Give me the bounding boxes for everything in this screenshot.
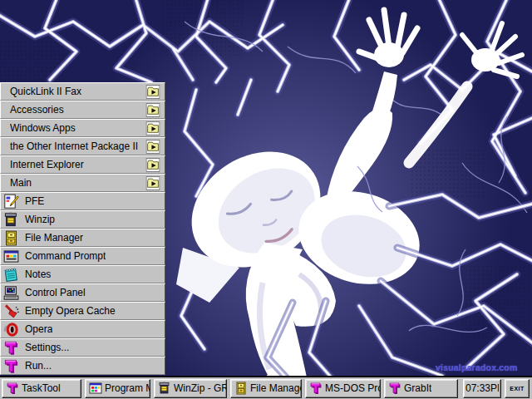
menu-item-winzip[interactable]: Winzip: [0, 210, 165, 229]
tasktool-icon: [309, 382, 323, 395]
menu-item-label: Internet Explorer: [10, 159, 145, 170]
menu-item-label: Winzip: [25, 214, 55, 225]
menu-item-other-internet-package[interactable]: the Other Internet Package II: [0, 137, 165, 155]
exit-button[interactable]: EXIT: [505, 379, 530, 398]
menu-item-control-panel[interactable]: Control Panel: [0, 283, 165, 302]
taskbar-button-grabit[interactable]: GrabIt: [384, 379, 458, 398]
taskbar-button-msdos-prompt[interactable]: MS-DOS Prc: [305, 379, 381, 398]
menu-item-internet-explorer[interactable]: Internet Explorer: [0, 155, 165, 174]
menu-item-label: the Other Internet Package II: [10, 140, 145, 152]
tasktool-icon: [6, 382, 19, 395]
menu-item-command-prompt[interactable]: Command Prompt: [0, 247, 165, 265]
menu-item-file-manager[interactable]: File Manager: [0, 229, 165, 247]
taskbar: TaskTool Program M WinZip - GR. File Man…: [0, 376, 532, 399]
taskbar-button-label: TaskTool: [22, 382, 61, 394]
file-cabinet-icon: [234, 382, 248, 395]
menu-item-label: Windows Apps: [10, 122, 145, 134]
menu-item-pfe[interactable]: PFE: [0, 192, 165, 210]
folder-arrow-icon: [145, 103, 160, 117]
menu-item-label: QuickLink II Fax: [10, 86, 145, 97]
tasktool-icon: [3, 340, 19, 356]
menu-item-label: File Manager: [25, 232, 83, 244]
winzip-icon: [3, 212, 19, 228]
menu-item-accessories[interactable]: Accessories: [0, 101, 165, 119]
exit-button-label: EXIT: [510, 386, 525, 392]
desktop: .g1{stroke:#51519f;stroke-width:9;opacit…: [0, 0, 532, 399]
menu-item-label: Accessories: [10, 104, 145, 116]
notepad-icon: [3, 267, 19, 283]
taskbar-button-winzip[interactable]: WinZip - GR.: [154, 379, 227, 398]
menu-item-label: Notes: [25, 268, 51, 280]
menu-item-notes[interactable]: Notes: [0, 265, 165, 283]
folder-arrow-icon: [145, 85, 160, 99]
clock-text: 07:33PM: [466, 382, 499, 394]
file-cabinet-icon: [3, 230, 19, 246]
menu-item-label: Run...: [25, 360, 52, 372]
winzip-icon: [158, 382, 171, 395]
folder-arrow-icon: [145, 121, 160, 135]
menu-item-run[interactable]: Run...: [0, 357, 165, 375]
menu-item-main[interactable]: Main: [0, 174, 165, 192]
wallpaper-watermark: visualparadox.com: [436, 362, 518, 372]
opera-icon: [3, 322, 19, 337]
menu-item-label: Command Prompt: [25, 250, 106, 262]
tasktool-icon: [3, 358, 19, 374]
folder-arrow-icon: [145, 140, 160, 154]
red-broom-icon: [3, 303, 19, 319]
menu-item-settings[interactable]: Settings...: [0, 338, 165, 357]
taskbar-button-tasktool[interactable]: TaskTool: [2, 379, 81, 398]
menu-item-label: Opera: [25, 323, 52, 335]
pfe-editor-icon: [3, 194, 19, 209]
menu-item-label: Empty Opera Cache: [25, 305, 116, 317]
start-menu: QuickLink II Fax Accessories Windows App…: [0, 82, 165, 375]
menu-item-label: PFE: [25, 195, 44, 207]
taskbar-clock[interactable]: 07:33PM: [463, 379, 501, 398]
menu-item-opera[interactable]: Opera: [0, 320, 165, 338]
folder-arrow-icon: [145, 176, 160, 190]
menu-item-label: Settings...: [25, 342, 69, 353]
msdos-icon: [3, 249, 19, 264]
control-panel-icon: [3, 285, 19, 301]
menu-item-label: Control Panel: [25, 287, 86, 298]
menu-item-empty-opera-cache[interactable]: Empty Opera Cache: [0, 302, 165, 320]
folder-arrow-icon: [145, 158, 160, 172]
menu-item-quicklink-ii-fax[interactable]: QuickLink II Fax: [0, 82, 165, 101]
taskbar-button-label: WinZip - GR.: [174, 382, 226, 394]
menu-item-label: Main: [10, 177, 145, 189]
taskbar-button-label: Program M: [105, 382, 150, 394]
taskbar-button-label: GrabIt: [404, 382, 431, 394]
taskbar-button-label: MS-DOS Prc: [325, 382, 380, 394]
program-manager-icon: [89, 382, 102, 395]
tasktool-icon: [388, 382, 401, 395]
taskbar-button-program-manager[interactable]: Program M: [85, 379, 150, 398]
menu-item-windows-apps[interactable]: Windows Apps: [0, 119, 165, 137]
taskbar-button-label: File Manager: [250, 382, 301, 394]
taskbar-button-file-manager[interactable]: File Manager: [230, 379, 302, 398]
